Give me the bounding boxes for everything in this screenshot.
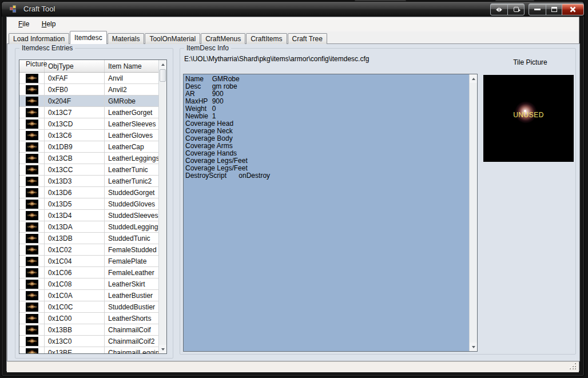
item-thumbnail: UNUSED [26,280,38,289]
table-row[interactable]: UNUSED0x1C0CStuddedBustier [19,301,158,313]
item-name-cell: ChainmailCoif2 [105,336,158,347]
table-row[interactable]: UNUSED0x13C6LeatherGloves [19,130,158,141]
item-thumbnail: UNUSED [26,211,38,220]
table-row[interactable]: UNUSED0x1C04FemalePlate [19,256,158,267]
item-thumbnail: UNUSED [26,245,38,254]
item-picture-cell: UNUSED [19,176,45,186]
scroll-up-icon[interactable] [159,60,166,69]
titlebar[interactable]: Craft Tool [2,2,584,17]
item-thumbnail: UNUSED [26,200,38,209]
table-row[interactable]: UNUSED0x13C7LeatherGorget [19,107,158,118]
item-thumbnail: UNUSED [26,154,38,163]
scroll-down-icon[interactable] [470,343,477,351]
table-row[interactable]: UNUSED0x204FGMRobe [19,96,158,107]
item-name-cell: LeatherLeggings [105,153,158,164]
item-name-cell: StuddedLeggings [105,221,158,232]
popout-button[interactable] [507,3,525,15]
item-name-cell: LeatherTunic [105,164,158,175]
objtype-cell: 0x13DA [45,221,105,232]
item-picture-cell: UNUSED [19,164,45,175]
tab-craftmenus[interactable]: CraftMenus [201,33,245,44]
status-strip [7,361,579,372]
item-name-cell: GMRobe [105,96,158,106]
objtype-cell: 0x1C08 [45,278,105,289]
tab-toolonmaterial[interactable]: ToolOnMaterial [145,33,200,44]
itemdesc-table: Picture ObjType Item Name UNUSED0xFAFAnv… [19,59,167,354]
item-name-cell: FemalePlate [105,256,158,266]
table-vertical-scrollbar[interactable] [158,60,166,353]
tab-craft-tree[interactable]: Craft Tree [288,33,327,44]
item-name-cell: ChainmailCoif [105,324,158,335]
item-thumbnail: UNUSED [26,120,38,129]
scroll-down-icon[interactable] [159,345,166,353]
maximize-button[interactable] [546,3,562,15]
table-row[interactable]: UNUSED0x13D3LeatherTunic2 [19,176,158,187]
table-row[interactable]: UNUSED0x1C02FemaleStudded [19,244,158,256]
menu-help[interactable]: Help [37,17,61,30]
item-thumbnail: UNUSED [26,325,38,335]
info-vertical-scrollbar[interactable] [469,74,477,351]
column-header-picture[interactable]: Picture [19,60,45,72]
window-title: Craft Tool [23,5,55,13]
item-thumbnail: UNUSED [26,314,38,323]
table-row[interactable]: UNUSED0x1C00LeatherShorts [19,313,158,324]
objtype-cell: 0xFB0 [45,84,105,95]
craft-tool-window: Craft Tool File Help Load InformationIte… [1,1,585,376]
itemdesc-info-textbox[interactable]: Name GMRobe Desc gm robe AR 900 MaxHP 90… [183,74,478,352]
close-button[interactable] [562,3,584,15]
item-name-cell: StuddedGorget [105,187,158,198]
table-row[interactable]: UNUSED0x1C06FemaleLeather [19,267,158,278]
item-thumbnail: UNUSED [26,131,38,140]
table-row[interactable]: UNUSED0x13BBChainmailCoif [19,324,158,336]
item-thumbnail: UNUSED [26,291,38,300]
item-name-cell: FemaleLeather [105,267,158,278]
item-thumbnail: UNUSED [26,268,38,277]
objtype-cell: 0x204F [45,96,105,106]
table-row[interactable]: UNUSED0x13D5StuddedGloves [19,198,158,210]
tab-materials[interactable]: Materials [108,33,145,44]
tile-picture-label: Tile Picture [490,58,570,66]
table-row[interactable]: UNUSED0x13C0ChainmailCoif2 [19,336,158,347]
objtype-cell: 0x13D4 [45,210,105,221]
table-row[interactable]: UNUSED0x13CCLeatherTunic [19,164,158,176]
objtype-cell: 0x13D5 [45,198,105,209]
item-name-cell: LeatherGorget [105,107,158,118]
item-name-cell: LeatherSleeves [105,118,158,129]
item-picture-cell: UNUSED [19,347,45,354]
table-row[interactable]: UNUSED0x13D4StuddedSleeves [19,210,158,221]
objtype-cell: 0x1C00 [45,313,105,324]
item-thumbnail: UNUSED [26,257,38,266]
objtype-cell: 0x1C0A [45,290,105,301]
switch-view-button[interactable] [490,3,508,15]
tab-craftitems[interactable]: CraftItems [246,33,287,44]
objtype-cell: 0x13C7 [45,107,105,118]
tab-itemdesc[interactable]: Itemdesc [70,31,107,44]
item-picture-cell: UNUSED [19,107,45,118]
table-row[interactable]: UNUSED0x13D6StuddedGorget [19,187,158,198]
tab-load-information[interactable]: Load Information [9,33,69,44]
item-picture-cell: UNUSED [19,324,45,335]
item-picture-cell: UNUSED [19,221,45,232]
table-row[interactable]: UNUSED0x13CDLeatherSleeves [19,118,158,130]
scroll-up-icon[interactable] [470,74,477,83]
table-row[interactable]: UNUSED0xFB0Anvil2 [19,84,158,96]
table-row[interactable]: UNUSED0x1C08LeatherSkirt [19,278,158,290]
objtype-cell: 0x13BE [45,347,105,354]
item-thumbnail: UNUSED [26,85,38,94]
table-row[interactable]: UNUSED0x13CBLeatherLeggings [19,153,158,164]
table-row[interactable]: UNUSED0x13BEChainmailLeggings [19,347,158,354]
menu-file[interactable]: File [13,17,34,30]
table-row[interactable]: UNUSED0xFAFAnvil [19,73,158,84]
minimize-button[interactable] [529,3,546,15]
column-header-item-name[interactable]: Item Name [105,60,158,72]
table-row[interactable]: UNUSED0x1C0ALeatherBustier [19,290,158,301]
column-header-objtype[interactable]: ObjType [45,60,105,72]
itemdesc-info-text[interactable]: Name GMRobe Desc gm robe AR 900 MaxHP 90… [185,75,468,350]
table-row[interactable]: UNUSED0x1DB9LeatherCap [19,141,158,153]
table-row[interactable]: UNUSED0x13DBStuddedTunic [19,233,158,244]
resize-grip[interactable] [570,363,577,371]
table-row[interactable]: UNUSED0x13DAStuddedLeggings [19,221,158,233]
scrollbar-thumb[interactable] [160,69,166,82]
objtype-cell: 0x1C02 [45,244,105,255]
objtype-cell: 0x1C0C [45,301,105,312]
